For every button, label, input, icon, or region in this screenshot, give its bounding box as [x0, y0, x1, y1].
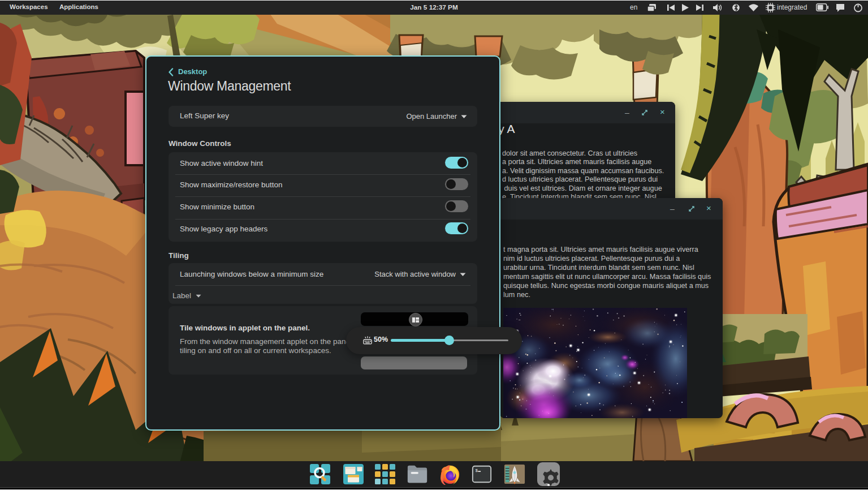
svg-text:$: $ — [476, 468, 478, 473]
